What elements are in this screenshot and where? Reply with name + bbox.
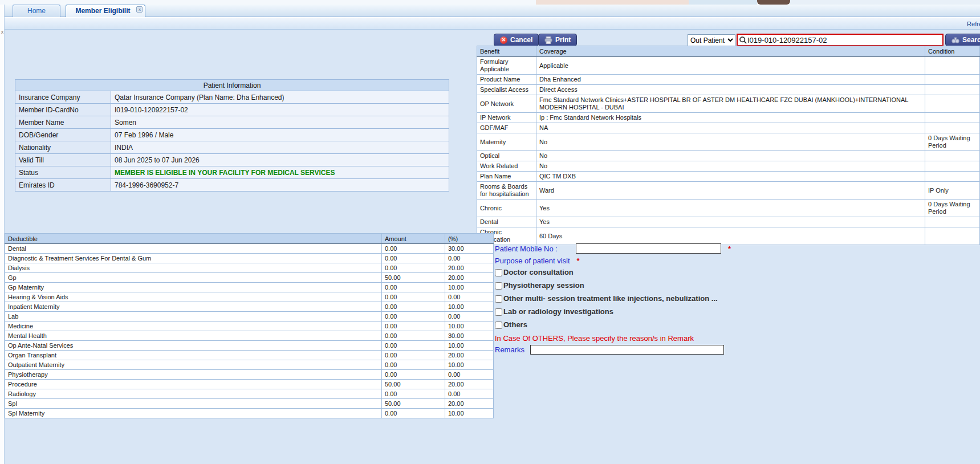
- deductible-header-pct: (%): [445, 234, 494, 244]
- tab-home-label: Home: [27, 7, 46, 15]
- patient-info-row: Member ID-CardNo I019-010-120922157-02: [15, 104, 449, 116]
- refresh-link[interactable]: Refre: [967, 21, 980, 27]
- benefits-table: Benefit Coverage Condition Formulary App…: [477, 46, 980, 245]
- deductible-header-amount: Amount: [382, 234, 445, 244]
- tab-close-icon[interactable]: x: [136, 6, 143, 13]
- benefit-row: Plan Name QIC TM DXB: [477, 172, 980, 182]
- tab-member-eligibility-label: Member Eligibilit: [75, 7, 130, 15]
- benefit-condition: 0 Days Waiting Period: [925, 200, 980, 217]
- patient-info-value: Somen: [111, 116, 449, 129]
- deductible-amount: 50.00: [382, 273, 445, 283]
- deductible-amount: 0.00: [382, 263, 445, 273]
- benefit-condition: [925, 227, 980, 245]
- print-button-label: Print: [555, 36, 571, 44]
- patient-info-value: 08 Jun 2025 to 07 Jun 2026: [111, 154, 449, 166]
- purpose-checkbox[interactable]: [495, 321, 502, 329]
- app-window: x Home Member Eligibilit x Refre ✕ Cance…: [0, 0, 980, 464]
- purpose-checkbox-row[interactable]: Doctor consultation: [495, 268, 848, 276]
- deductible-header-name: Deductible: [5, 234, 382, 244]
- benefit-coverage: Dha Enhanced: [536, 75, 925, 85]
- remarks-input[interactable]: [530, 345, 724, 355]
- deductible-name: Op Ante-Natal Services: [5, 341, 382, 351]
- patient-info-value: INDIA: [111, 141, 449, 154]
- purpose-checkbox-row[interactable]: Physiotherapy session: [495, 282, 848, 290]
- deductible-pct: 0.00: [445, 370, 494, 380]
- deductible-pct: 10.00: [445, 409, 494, 418]
- member-eligibility-panel: ✕ Cancel Print Out Patient: [5, 30, 980, 464]
- cancel-button[interactable]: ✕ Cancel: [494, 34, 539, 46]
- patient-info-value: 784-1996-3690952-7: [111, 179, 449, 192]
- print-button[interactable]: Print: [538, 34, 577, 46]
- patient-mobile-input[interactable]: [576, 243, 721, 254]
- purpose-checkbox[interactable]: [495, 295, 502, 303]
- tab-member-eligibility[interactable]: Member Eligibilit x: [66, 5, 145, 17]
- deductible-name: Physiotherapy: [5, 370, 382, 380]
- deductible-row: Op Ante-Natal Services 0.00 10.00: [5, 341, 494, 351]
- benefit-row: IP Network Ip : Fmc Standard Network Hos…: [477, 113, 980, 123]
- tab-bar: Home Member Eligibilit x: [5, 5, 980, 17]
- benefits-header-row: Benefit Coverage Condition: [477, 46, 980, 57]
- benefit-coverage: No: [536, 133, 925, 151]
- benefit-condition: [925, 75, 980, 85]
- patient-info-row: Status MEMBER IS ELIGIBLE IN YOUR FACILI…: [15, 166, 449, 179]
- collapse-panel-icon[interactable]: x: [0, 30, 5, 35]
- deductible-pct: 10.00: [445, 360, 494, 370]
- benefit-coverage: Applicable: [536, 57, 925, 75]
- deductible-row: Procedure 50.00 20.00: [5, 380, 494, 389]
- deductible-amount: 0.00: [382, 370, 445, 380]
- purpose-checkbox-row[interactable]: Other multi- session treatment like inje…: [495, 295, 848, 303]
- deductible-pct: 0.00: [445, 292, 494, 302]
- deductible-amount: 0.00: [382, 302, 445, 312]
- benefit-name: Plan Name: [477, 172, 536, 182]
- purpose-checkbox-list: Doctor consultation Physiotherapy sessio…: [495, 268, 848, 329]
- patient-info-value: I019-010-120922157-02: [111, 104, 449, 116]
- benefit-name: Chronic: [477, 200, 536, 217]
- deductible-pct: 20.00: [445, 273, 494, 283]
- others-note: In Case Of OTHERS, Please specify the re…: [495, 334, 848, 343]
- tab-home[interactable]: Home: [13, 5, 60, 17]
- purpose-checkbox[interactable]: [495, 282, 502, 290]
- patient-info-label: DOB/Gender: [15, 129, 111, 141]
- required-marker: *: [577, 257, 580, 265]
- deductible-pct: 30.00: [445, 244, 494, 254]
- deductible-amount: 50.00: [382, 399, 445, 409]
- purpose-label: Purpose of patient visit: [495, 257, 570, 265]
- benefit-condition: [925, 123, 980, 133]
- remarks-label: Remarks: [495, 345, 524, 354]
- patient-info-label: Status: [15, 166, 111, 179]
- deductible-amount: 0.00: [382, 389, 445, 399]
- patient-info-value: MEMBER IS ELIGIBLE IN YOUR FACILITY FOR …: [111, 166, 449, 179]
- patient-info-value: Qatar Insurance Company (Plan Name: Dha …: [111, 91, 449, 104]
- deductible-amount: 50.00: [382, 380, 445, 389]
- deductible-name: Spl: [5, 399, 382, 409]
- benefit-row: Maternity No 0 Days Waiting Period: [477, 133, 980, 151]
- purpose-checkbox-row[interactable]: Others: [495, 321, 848, 329]
- patient-info-row: DOB/Gender 07 Feb 1996 / Male: [15, 129, 449, 141]
- purpose-checkbox[interactable]: [495, 269, 502, 276]
- benefits-header-condition: Condition: [925, 46, 980, 57]
- visit-type-select[interactable]: Out Patient: [688, 34, 735, 46]
- benefit-condition: IP Only: [925, 182, 980, 200]
- required-marker: *: [728, 245, 731, 253]
- benefit-condition: [925, 113, 980, 123]
- benefit-coverage: No: [536, 161, 925, 172]
- member-search-input[interactable]: [747, 35, 941, 44]
- benefit-condition: [925, 57, 980, 75]
- deductible-amount: 0.00: [382, 312, 445, 321]
- deductible-amount: 0.00: [382, 244, 445, 254]
- purpose-checkbox-row[interactable]: Lab or radiology investigations: [495, 308, 848, 316]
- purpose-checkbox[interactable]: [495, 308, 502, 316]
- benefit-row: Optical No: [477, 151, 980, 161]
- search-button[interactable]: Search: [945, 34, 980, 46]
- deductible-name: Inpatient Maternity: [5, 302, 382, 312]
- deductible-row: Outpatient Maternity 0.00 10.00: [5, 360, 494, 370]
- benefit-row: GDF/MAF NA: [477, 123, 980, 133]
- benefit-name: Work Related: [477, 161, 536, 172]
- patient-information-table: Patient Information Insurance Company Qa…: [15, 79, 449, 192]
- deductible-pct: 0.00: [445, 389, 494, 399]
- benefit-name: GDF/MAF: [477, 123, 536, 133]
- benefit-row: Chronic Yes 0 Days Waiting Period: [477, 200, 980, 217]
- remarks-row: Remarks: [495, 345, 848, 355]
- deductible-pct: 20.00: [445, 351, 494, 360]
- benefit-condition: [925, 95, 980, 113]
